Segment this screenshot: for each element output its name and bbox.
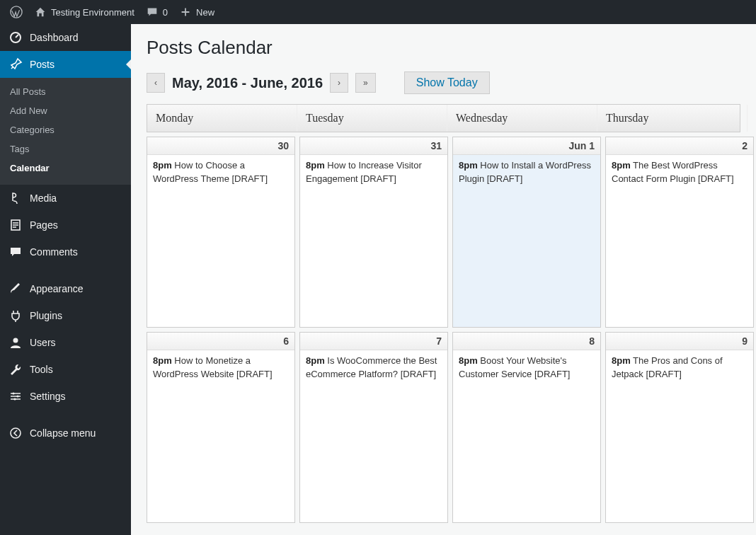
posts-submenu: All Posts Add New Categories Tags Calend… bbox=[0, 78, 131, 185]
event-title: The Best WordPress Contact Form Plugin [… bbox=[612, 160, 734, 184]
cell-date: 30 bbox=[147, 137, 294, 155]
calendar-cell[interactable]: 68pm How to Monetize a WordPress Website… bbox=[147, 332, 295, 523]
cell-event[interactable]: 8pm The Pros and Cons of Jetpack [DRAFT] bbox=[606, 350, 753, 386]
show-today-button[interactable]: Show Today bbox=[404, 71, 490, 94]
menu-separator bbox=[0, 265, 131, 275]
cell-event[interactable]: 8pm How to Choose a WordPress Theme [DRA… bbox=[147, 155, 294, 190]
cell-event[interactable]: 8pm Is WooCommerce the Best eCommerce Pl… bbox=[300, 350, 447, 386]
sidebar-item-tools[interactable]: Tools bbox=[0, 356, 131, 383]
svg-point-3 bbox=[13, 338, 18, 343]
calendar-header-row: Monday Tuesday Wednesday Thursday bbox=[147, 104, 740, 132]
cell-date: 9 bbox=[606, 333, 753, 350]
comments-link[interactable]: 0 bbox=[140, 0, 173, 24]
event-time: 8pm bbox=[612, 160, 631, 171]
admin-sidebar: Dashboard Posts All Posts Add New Catego… bbox=[0, 24, 131, 535]
cell-date: 8 bbox=[453, 333, 600, 350]
calendar-range: May, 2016 - June, 2016 bbox=[172, 75, 323, 91]
sidebar-item-appearance[interactable]: Appearance bbox=[0, 275, 131, 302]
main-content: Posts Calendar ‹ May, 2016 - June, 2016 … bbox=[131, 24, 756, 535]
next-range-button[interactable]: › bbox=[330, 73, 348, 93]
sidebar-item-media[interactable]: Media bbox=[0, 185, 131, 212]
home-icon bbox=[34, 6, 47, 18]
event-time: 8pm bbox=[306, 160, 325, 171]
event-time: 8pm bbox=[612, 355, 631, 366]
calendar-row: 68pm How to Monetize a WordPress Website… bbox=[147, 332, 740, 523]
event-time: 8pm bbox=[153, 160, 172, 171]
sidebar-item-label: Pages bbox=[30, 219, 58, 231]
new-content-link[interactable]: New bbox=[173, 0, 220, 24]
admin-bar: Testing Environment 0 New bbox=[0, 0, 756, 24]
cell-event[interactable]: 8pm The Best WordPress Contact Form Plug… bbox=[606, 155, 753, 190]
sidebar-item-posts[interactable]: Posts bbox=[0, 51, 131, 78]
cell-date: 6 bbox=[147, 333, 294, 350]
sliders-icon bbox=[8, 389, 23, 403]
calendar-cell[interactable]: 308pm How to Choose a WordPress Theme [D… bbox=[147, 137, 295, 328]
cell-event[interactable]: 8pm How to Install a WordPress Plugin [D… bbox=[453, 155, 600, 190]
page-title: Posts Calendar bbox=[147, 37, 740, 59]
new-label: New bbox=[196, 7, 214, 18]
sidebar-item-label: Tools bbox=[30, 364, 53, 375]
ff-range-button[interactable]: » bbox=[355, 73, 376, 93]
sidebar-item-users[interactable]: Users bbox=[0, 329, 131, 356]
comments-icon bbox=[8, 245, 23, 259]
sidebar-item-settings[interactable]: Settings bbox=[0, 383, 131, 410]
cell-date: 7 bbox=[300, 333, 447, 350]
calendar-cell[interactable]: 28pm The Best WordPress Contact Form Plu… bbox=[605, 137, 754, 328]
cell-date: Jun 1 bbox=[453, 137, 600, 155]
calendar-cell[interactable]: 98pm The Pros and Cons of Jetpack [DRAFT… bbox=[605, 332, 754, 523]
calendar-row: 308pm How to Choose a WordPress Theme [D… bbox=[147, 137, 740, 328]
page-icon bbox=[8, 218, 23, 232]
prev-range-button[interactable]: ‹ bbox=[147, 73, 165, 93]
calendar-cell[interactable]: 88pm Boost Your Website's Customer Servi… bbox=[452, 332, 601, 523]
cell-event[interactable]: 8pm How to Increase Visitor Engagement [… bbox=[300, 155, 447, 190]
media-icon bbox=[8, 191, 23, 205]
collapse-menu[interactable]: Collapse menu bbox=[0, 420, 131, 447]
sidebar-item-dashboard[interactable]: Dashboard bbox=[0, 24, 131, 51]
wrench-icon bbox=[8, 362, 23, 376]
menu-separator bbox=[0, 410, 131, 420]
calendar-cell[interactable]: 318pm How to Increase Visitor Engagement… bbox=[299, 137, 448, 328]
sidebar-item-label: Plugins bbox=[30, 310, 62, 321]
event-time: 8pm bbox=[153, 355, 172, 366]
sidebar-item-label: Settings bbox=[30, 391, 66, 402]
cell-event[interactable]: 8pm How to Monetize a WordPress Website … bbox=[147, 350, 294, 386]
event-title: Is WooCommerce the Best eCommerce Platfo… bbox=[306, 355, 437, 379]
calendar-nav: ‹ May, 2016 - June, 2016 › » Show Today bbox=[147, 71, 740, 94]
comments-count: 0 bbox=[163, 7, 168, 18]
user-icon bbox=[8, 335, 23, 350]
calendar-body: 308pm How to Choose a WordPress Theme [D… bbox=[147, 137, 740, 523]
sidebar-item-label: Media bbox=[30, 192, 57, 204]
calendar-cell[interactable]: 78pm Is WooCommerce the Best eCommerce P… bbox=[299, 332, 448, 523]
wordpress-icon bbox=[10, 6, 23, 18]
submenu-all-posts[interactable]: All Posts bbox=[0, 82, 131, 101]
submenu-add-new[interactable]: Add New bbox=[0, 101, 131, 120]
sidebar-item-plugins[interactable]: Plugins bbox=[0, 302, 131, 329]
submenu-categories[interactable]: Categories bbox=[0, 120, 131, 139]
plug-icon bbox=[8, 309, 23, 323]
cell-date: 31 bbox=[300, 137, 447, 155]
cell-date: 2 bbox=[606, 137, 753, 155]
submenu-tags[interactable]: Tags bbox=[0, 139, 131, 159]
col-header-wednesday: Wednesday bbox=[447, 105, 597, 132]
col-header-tuesday: Tuesday bbox=[297, 105, 447, 132]
comment-icon bbox=[146, 6, 159, 18]
dashboard-icon bbox=[8, 30, 23, 45]
site-link[interactable]: Testing Environment bbox=[28, 0, 140, 24]
sidebar-item-label: Dashboard bbox=[30, 32, 79, 43]
event-time: 8pm bbox=[459, 160, 478, 171]
pin-icon bbox=[8, 57, 23, 71]
submenu-calendar[interactable]: Calendar bbox=[0, 159, 131, 178]
sidebar-item-label: Users bbox=[30, 337, 56, 348]
collapse-icon bbox=[8, 426, 23, 440]
sidebar-item-label: Posts bbox=[30, 59, 55, 70]
event-title: How to Install a WordPress Plugin [DRAFT… bbox=[459, 160, 591, 184]
col-header-thursday: Thursday bbox=[597, 105, 748, 132]
svg-point-6 bbox=[13, 398, 16, 400]
sidebar-item-comments[interactable]: Comments bbox=[0, 238, 131, 265]
wordpress-logo-menu[interactable] bbox=[4, 0, 28, 24]
calendar-cell[interactable]: Jun 18pm How to Install a WordPress Plug… bbox=[452, 137, 601, 328]
sidebar-item-label: Collapse menu bbox=[30, 427, 96, 439]
site-title: Testing Environment bbox=[51, 7, 134, 18]
cell-event[interactable]: 8pm Boost Your Website's Customer Servic… bbox=[453, 350, 600, 386]
sidebar-item-pages[interactable]: Pages bbox=[0, 212, 131, 238]
